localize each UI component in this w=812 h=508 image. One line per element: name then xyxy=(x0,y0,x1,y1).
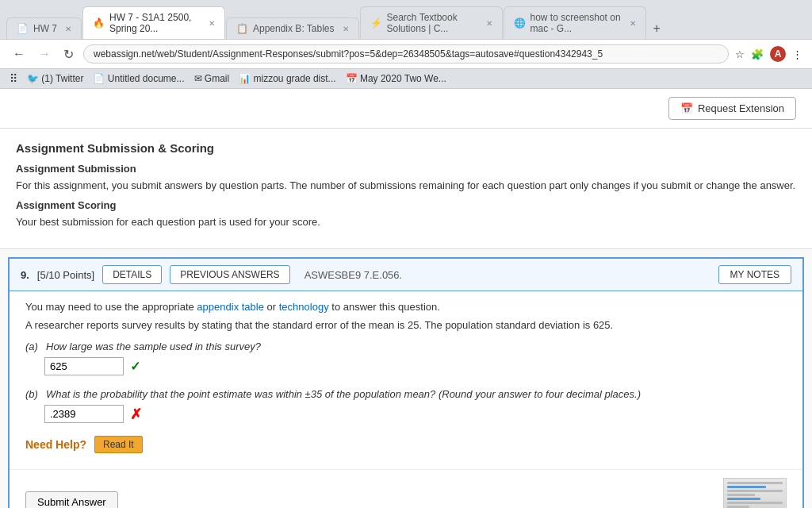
tab-label: how to screenshot on mac - G... xyxy=(530,12,622,34)
bookmark-may2020[interactable]: 📅 May 2020 Two We... xyxy=(346,73,446,84)
tab-label: Appendix B: Tables xyxy=(253,23,335,34)
address-input[interactable] xyxy=(83,44,729,64)
thumb-line-1 xyxy=(727,482,783,484)
assignment-section-title: Assignment Submission & Scoring xyxy=(16,141,796,155)
my-notes-button[interactable]: MY NOTES xyxy=(718,265,791,284)
answer-input-a[interactable] xyxy=(44,357,124,375)
tab-icon: 🌐 xyxy=(514,17,526,29)
question-code: ASWESBE9 7.E.056. xyxy=(304,269,403,281)
tab-close[interactable]: ✕ xyxy=(65,25,71,33)
bookmark-star[interactable]: ☆ xyxy=(735,48,745,60)
scoring-text: Your best submission for each question p… xyxy=(16,216,796,228)
bookmark-twitter[interactable]: 🐦 (1) Twitter xyxy=(27,73,83,84)
read-it-button[interactable]: Read It xyxy=(94,436,143,453)
tab-icon: 📄 xyxy=(17,23,29,34)
submission-title: Assignment Submission xyxy=(16,163,796,175)
appendix-note-text: You may need to use the appropriate xyxy=(25,301,194,313)
assignment-submission-section: Assignment Submission & Scoring Assignme… xyxy=(0,129,812,249)
page-content: 📅 Request Extension Assignment Submissio… xyxy=(0,89,812,508)
appendix-note: You may need to use the appropriate appe… xyxy=(25,301,787,313)
details-button[interactable]: DETAILS xyxy=(102,265,162,284)
tab-search[interactable]: ⚡ Search Textbook Solutions | C... ✕ xyxy=(360,6,503,39)
new-tab-button[interactable]: + xyxy=(647,18,667,39)
need-help-text: Need Help? xyxy=(25,438,86,451)
extension-icon[interactable]: 🧩 xyxy=(751,48,764,60)
correct-icon-a: ✓ xyxy=(130,359,140,374)
submit-area: Submit Answer xyxy=(10,469,802,508)
address-bar: ← → ↻ ☆ 🧩 A ⋮ xyxy=(0,39,812,69)
sub-question-b-input-row: ✗ xyxy=(44,405,787,423)
thumb-line-3 xyxy=(727,490,783,492)
tab-bar: 📄 HW 7 ✕ 🔥 HW 7 - S1A1 2500, Spring 20..… xyxy=(0,0,812,39)
tab-label: HW 7 - S1A1 2500, Spring 20... xyxy=(109,12,201,34)
apps-icon[interactable]: ⠿ xyxy=(10,72,17,85)
browser-chrome: 📄 HW 7 ✕ 🔥 HW 7 - S1A1 2500, Spring 20..… xyxy=(0,0,812,89)
sub-label-b: (b) xyxy=(25,388,41,400)
tab-hw7-s1a1[interactable]: 🔥 HW 7 - S1A1 2500, Spring 20... ✕ xyxy=(82,6,225,39)
tab-hw7[interactable]: 📄 HW 7 ✕ xyxy=(6,17,82,39)
incorrect-icon-b: ✗ xyxy=(130,406,142,423)
request-extension-label: Request Extension xyxy=(698,102,784,114)
bookmark-mizzou[interactable]: 📊 mizzou grade dist... xyxy=(239,73,335,84)
menu-icon[interactable]: ⋮ xyxy=(792,48,802,60)
back-button[interactable]: ← xyxy=(10,45,29,63)
tab-google[interactable]: 🌐 how to screenshot on mac - G... ✕ xyxy=(504,6,646,39)
tab-appendix[interactable]: 📋 Appendix B: Tables ✕ xyxy=(226,17,359,39)
submit-answer-button[interactable]: Submit Answer xyxy=(25,491,118,509)
reload-button[interactable]: ↻ xyxy=(60,45,77,64)
appendix-or: or xyxy=(267,301,277,313)
thumbnail-preview xyxy=(723,478,787,508)
question-text: A researcher reports survey results by s… xyxy=(25,319,787,331)
tab-icon: 🔥 xyxy=(93,17,105,29)
question-number: 9. xyxy=(21,269,29,281)
sub-question-b: (b) What is the probability that the poi… xyxy=(25,388,787,423)
tab-icon: ⚡ xyxy=(370,17,382,29)
scoring-title: Assignment Scoring xyxy=(16,199,796,211)
question-body: You may need to use the appropriate appe… xyxy=(10,291,802,463)
tab-icon: 📋 xyxy=(236,23,248,34)
technology-link[interactable]: technology xyxy=(279,301,329,313)
sub-label-a: (a) xyxy=(25,341,41,352)
submission-text: For this assignment, you submit answers … xyxy=(16,179,796,191)
need-help-section: Need Help? Read It xyxy=(25,436,787,453)
thumb-line-6 xyxy=(727,502,783,504)
answer-input-b[interactable] xyxy=(44,405,124,423)
tab-close-google[interactable]: ✕ xyxy=(630,19,636,28)
appendix-end: to answer this question. xyxy=(331,301,440,313)
previous-answers-button[interactable]: PREVIOUS ANSWERS xyxy=(170,265,289,284)
bookmark-untitled[interactable]: 📄 Untitled docume... xyxy=(93,73,184,84)
question-header: 9. [5/10 Points] DETAILS PREVIOUS ANSWER… xyxy=(10,259,802,291)
tab-close-active[interactable]: ✕ xyxy=(209,19,215,28)
request-extension-button[interactable]: 📅 Request Extension xyxy=(668,97,796,120)
appendix-table-link[interactable]: appendix table xyxy=(197,301,264,313)
sub-question-b-text: What is the probability that the point e… xyxy=(46,388,641,400)
question-9-section: 9. [5/10 Points] DETAILS PREVIOUS ANSWER… xyxy=(8,257,804,508)
thumb-line-2 xyxy=(727,486,766,488)
tab-close-appendix[interactable]: ✕ xyxy=(343,25,349,33)
bookmark-gmail[interactable]: ✉ Gmail xyxy=(194,73,230,84)
tab-label: Search Textbook Solutions | C... xyxy=(387,12,478,34)
sub-question-a-text: How large was the sample used in this su… xyxy=(46,341,261,352)
bookmarks-bar: ⠿ 🐦 (1) Twitter 📄 Untitled docume... ✉ G… xyxy=(0,69,812,89)
top-section: 📅 Request Extension xyxy=(0,89,812,129)
thumb-line-5 xyxy=(727,498,760,500)
sub-question-a: (a) How large was the sample used in thi… xyxy=(25,341,787,375)
forward-button[interactable]: → xyxy=(35,45,54,63)
tab-label: HW 7 xyxy=(33,23,57,34)
thumb-line-4 xyxy=(727,494,755,496)
calendar-icon: 📅 xyxy=(680,102,693,114)
sub-question-b-label: (b) What is the probability that the poi… xyxy=(25,388,787,400)
profile-icon[interactable]: A xyxy=(770,46,786,62)
question-points: [5/10 Points] xyxy=(37,269,94,281)
tab-close-search[interactable]: ✕ xyxy=(486,19,492,28)
thumbnail-inner xyxy=(724,479,786,508)
sub-question-a-label: (a) How large was the sample used in thi… xyxy=(25,341,787,352)
sub-question-a-input-row: ✓ xyxy=(44,357,787,375)
